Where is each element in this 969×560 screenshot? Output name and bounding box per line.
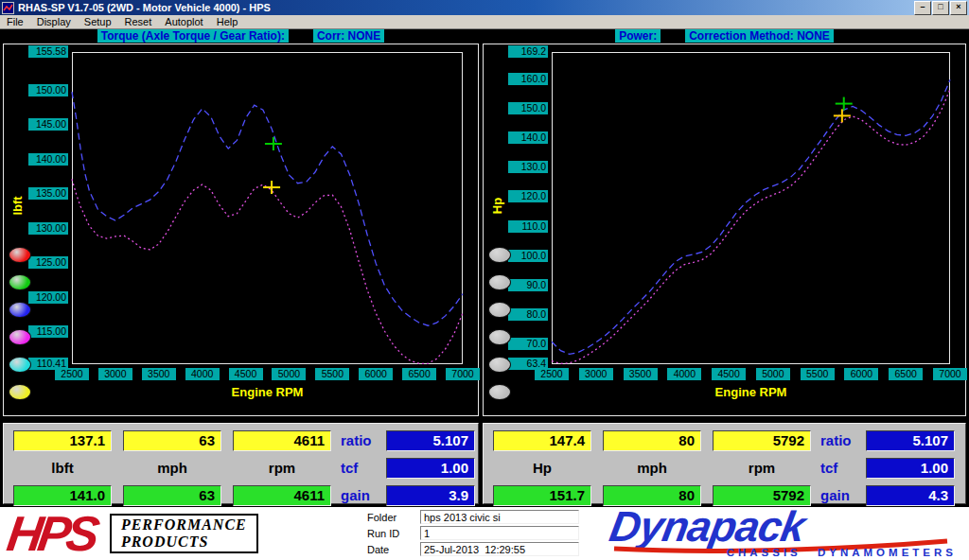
power-chart-title: Power:: [615, 29, 661, 43]
gain-label: gain: [341, 485, 384, 506]
torque-y-axis-label: lbft: [10, 187, 25, 225]
power-correction-label: Correction Method: NONE: [685, 29, 834, 43]
run-info-form: Folder Run ID Date: [367, 509, 594, 557]
window-title: RHAS-SP V1.7-05 (2WD - Motor Vehicle 400…: [18, 2, 913, 13]
torque-x-tick: 3500: [142, 368, 176, 380]
menu-item-help[interactable]: Help: [210, 15, 245, 29]
torque-x-tick: 7000: [446, 368, 480, 380]
torque-y-tick: 145.00: [28, 118, 68, 131]
power-x-tick: 3500: [624, 368, 658, 380]
torque-plot-area[interactable]: [72, 52, 463, 364]
power-x-tick: 4500: [712, 368, 746, 380]
torque-cursor-green-value: 141.0: [13, 485, 112, 506]
ratio-label: ratio: [341, 430, 384, 451]
power-cursor-yellow[interactable]: [834, 109, 851, 122]
hps-logo: HPS PERFORMANCE PRODUCTS: [8, 507, 258, 560]
torque-run-select-button-5[interactable]: [9, 357, 31, 373]
maximize-button[interactable]: □: [932, 1, 949, 15]
torque-x-tick: 4500: [229, 368, 263, 380]
date-label: Date: [367, 544, 414, 555]
folder-label: Folder: [367, 512, 414, 523]
menu-item-setup[interactable]: Setup: [78, 15, 118, 29]
menu-bar: FileDisplaySetupResetAutoplotHelp: [0, 15, 969, 29]
torque-x-tick: 5000: [272, 368, 306, 380]
date-input[interactable]: [420, 542, 579, 556]
run-id-input[interactable]: [420, 526, 579, 540]
power-y-tick: 110.0: [508, 220, 548, 233]
power-y-tick: 160.0: [508, 73, 548, 85]
hps-products-text: PRODUCTS: [121, 534, 247, 551]
torque-x-axis-label: Engine RPM: [211, 385, 325, 399]
torque-y-tick: 130.00: [28, 222, 68, 235]
dynapack-subtitle: CHASSIS DYNAMOMETERS: [727, 547, 957, 558]
torque-x-tick: 4000: [185, 368, 220, 380]
run-id-label: Run ID: [367, 528, 414, 539]
torque-y-tick: 135.00: [28, 187, 68, 200]
power-run-select-button-2[interactable]: [488, 274, 511, 290]
power-chart-header: Power: Correction Method: NONE: [483, 29, 966, 43]
power-y-tick: 100.0: [508, 250, 548, 262]
close-button[interactable]: ×: [950, 1, 967, 15]
torque-y-tick: 125.00: [28, 256, 68, 269]
power-run-select-button-1[interactable]: [488, 247, 511, 263]
speed-unit-label: mph: [123, 458, 221, 479]
tcf-label: tcf: [341, 458, 384, 479]
power-y-tick: 120.0: [508, 190, 548, 202]
torque-y-tick: 155.58: [28, 45, 68, 58]
torque-chart-header: Torque (Axle Torque / Gear Ratio): Corr:…: [3, 29, 479, 43]
power-readout-panel: 147.4 80 5792 Hp mph rpm 151.7 80 5792 r…: [483, 423, 966, 504]
power-run-select-button-6[interactable]: [488, 384, 511, 400]
rpm-unit-label: rpm: [713, 458, 811, 479]
power-cursor-green[interactable]: [836, 97, 853, 111]
power-x-axis-label: Engine RPM: [695, 385, 808, 399]
power-x-tick: 5500: [801, 368, 835, 380]
power-run-select-button-3[interactable]: [488, 302, 511, 318]
hps-performance-text: PERFORMANCE: [121, 516, 247, 534]
torque-run-select-button-6[interactable]: [9, 384, 31, 400]
menu-item-reset[interactable]: Reset: [118, 15, 159, 29]
folder-input[interactable]: [420, 510, 579, 524]
torque-run-select-button-1[interactable]: [9, 247, 31, 263]
power-run-magenta-curve: [552, 89, 950, 363]
power-plot-area[interactable]: [552, 52, 950, 364]
rpm-cursor-yellow-value: 4611: [233, 430, 331, 451]
speed-cursor-green-value: 63: [123, 485, 221, 506]
menu-item-display[interactable]: Display: [30, 15, 78, 29]
ratio-label: ratio: [820, 430, 864, 451]
power-y-tick: 90.0: [508, 279, 548, 291]
torque-plot-border: [73, 53, 463, 364]
gain-value: 3.9: [386, 485, 475, 506]
menu-item-file[interactable]: File: [0, 15, 30, 29]
power-run-blue-curve: [552, 79, 950, 354]
power-x-tick: 4000: [667, 368, 701, 380]
power-x-tick: 2500: [535, 368, 569, 380]
torque-cursor-yellow-value: 137.1: [13, 430, 112, 451]
torque-y-tick: 115.00: [28, 325, 68, 338]
power-chart-panel: 169.2160.0150.0140.0130.0120.0110.0100.0…: [483, 44, 966, 416]
power-y-tick: 80.0: [508, 308, 548, 321]
power-y-tick: 70.0: [508, 338, 548, 350]
torque-run-select-button-4[interactable]: [9, 329, 31, 345]
torque-chart-panel: 155.58150.00145.00140.00135.00130.00125.…: [3, 44, 479, 416]
power-x-tick: 3000: [579, 368, 613, 380]
power-run-select-button-4[interactable]: [488, 329, 511, 345]
torque-x-tick: 3000: [98, 368, 132, 380]
torque-readout-panel: 137.1 63 4611 lbft mph rpm 141.0 63 4611…: [3, 423, 479, 504]
power-y-tick: 169.2: [508, 45, 548, 58]
rpm-unit-label: rpm: [233, 458, 331, 479]
torque-y-tick: 120.00: [28, 291, 68, 304]
torque-cursor-green[interactable]: [265, 137, 282, 150]
menu-item-autoplot[interactable]: Autoplot: [158, 15, 209, 29]
power-x-tick: 5000: [756, 368, 790, 380]
minimize-button[interactable]: –: [914, 1, 931, 15]
power-x-tick: 6000: [844, 368, 878, 380]
power-unit-label: Hp: [493, 458, 591, 479]
power-cursor-green-value: 151.7: [493, 485, 591, 506]
torque-run-select-button-3[interactable]: [9, 302, 31, 318]
torque-y-tick: 140.00: [28, 153, 68, 166]
power-x-tick: 6500: [889, 368, 923, 380]
torque-cursor-yellow[interactable]: [263, 181, 280, 194]
torque-run-select-button-2[interactable]: [9, 274, 31, 290]
speed-cursor-yellow-value: 63: [123, 430, 221, 451]
power-run-select-button-5[interactable]: [488, 357, 511, 373]
